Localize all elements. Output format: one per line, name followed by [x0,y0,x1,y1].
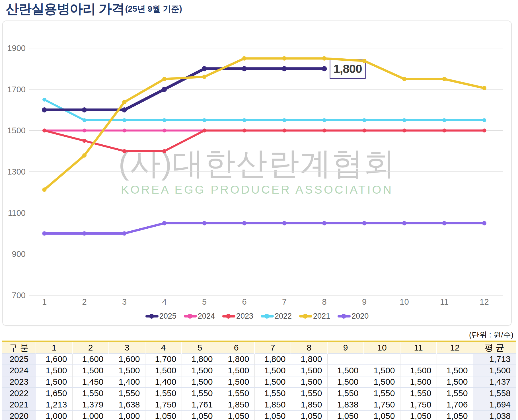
table-average-cell: 1,038 [473,410,516,420]
table-row-2024: 20241,5001,5001,5001,5001,5001,5001,5001… [2,365,516,376]
price-table-body: 20251,6001,6001,6001,7001,8001,8001,8001… [2,353,516,420]
price-table-head: 구 분123456789101112평 균 [2,341,516,353]
table-row-2020: 20201,0001,0001,0001,0501,0501,0501,0501… [2,410,516,420]
x-tick-12: 12 [480,297,489,306]
x-tick-3: 3 [122,297,127,306]
point-2023-1 [42,128,46,132]
table-cell-2020-7: 1,050 [254,410,291,420]
table-cell-2023-9: 1,500 [327,376,364,388]
point-2025-6 [242,66,247,71]
table-cell-2024-2: 1,500 [72,365,109,376]
table-cell-2021-6: 1,850 [218,399,254,410]
table-cell-2022-2: 1,550 [72,388,109,399]
table-cell-2025-4: 1,700 [145,353,182,365]
table-cell-2023-3: 1,400 [109,376,145,388]
point-2020-2 [82,231,87,235]
table-year-cell: 2022 [2,388,36,399]
point-2020-1 [42,231,46,235]
legend-marker-icon [338,315,351,317]
point-2023-11 [442,128,446,132]
legend-item-2020: 2020 [338,312,369,321]
point-2024-2 [83,128,87,132]
point-2022-1 [42,98,46,102]
table-average-cell: 1,558 [473,388,516,399]
point-2023-6 [242,128,246,132]
table-cell-2023-7: 1,500 [254,376,291,388]
point-2020-12 [482,221,486,225]
table-average-cell: 1,713 [473,353,516,365]
line-2020 [44,223,484,233]
table-cell-2023-1: 1,500 [36,376,72,388]
table-cell-2023-2: 1,450 [72,376,109,388]
x-tick-9: 9 [362,297,367,306]
point-2020-9 [362,221,366,225]
x-tick-8: 8 [322,297,326,306]
point-2022-12 [482,118,486,122]
point-2025-4 [162,87,167,92]
point-2025-1 [42,107,47,112]
point-2025-8 [322,66,327,71]
table-year-cell: 2020 [2,410,36,420]
data-label-text: 1,800 [333,62,362,75]
legend-dot-icon [264,314,269,319]
point-2020-4 [162,221,166,225]
table-cell-2024-11: 1,500 [400,365,437,376]
table-cell-2024-8: 1,500 [291,365,327,376]
y-tick-1100: 1100 [8,208,26,218]
x-tick-1: 1 [42,297,47,306]
table-year-cell: 2021 [2,399,36,410]
table-cell-2025-3: 1,600 [109,353,145,365]
table-cell-2023-11: 1,500 [400,376,437,388]
point-2025-3 [122,107,127,112]
point-2023-12 [482,128,486,132]
point-2025-7 [282,66,287,71]
table-cell-2025-1: 1,600 [36,353,72,365]
table-cell-2021-12: 1,706 [437,399,473,410]
point-2023-5 [202,128,206,132]
table-cell-2021-4: 1,750 [145,399,182,410]
table-cell-2022-1: 1,650 [36,388,72,399]
table-cell-2022-10: 1,550 [364,388,400,399]
legend-label: 2021 [313,312,330,321]
table-cell-2020-3: 1,000 [109,410,145,420]
page-title: 산란실용병아리 가격 (25년 9월 기준) [6,2,182,16]
table-cell-2021-1: 1,213 [36,399,72,410]
x-tick-10: 10 [400,297,409,306]
table-header-month-5: 5 [182,341,218,353]
line-2021 [44,58,484,190]
legend-marker-icon [299,315,312,317]
legend-dot-icon [303,314,308,319]
point-2022-6 [242,118,246,122]
table-header-month-1: 1 [36,341,72,353]
table-cell-2025-5: 1,800 [182,353,218,365]
table-cell-2022-12: 1,550 [437,388,473,399]
table-average-cell: 1,694 [473,399,516,410]
table-cell-2022-5: 1,550 [182,388,218,399]
point-2024-3 [122,128,126,132]
point-2021-5 [202,75,206,79]
y-tick-1900: 1900 [7,44,26,53]
table-cell-2021-2: 1,379 [72,399,109,410]
point-2022-5 [202,118,206,122]
point-2021-12 [482,86,486,90]
y-tick-1700: 1700 [7,85,26,94]
table-header-category: 구 분 [2,341,36,353]
point-2023-7 [282,128,286,132]
legend-label: 2024 [198,312,215,321]
unit-label: (단위 : 원/수) [469,330,513,340]
point-2021-9 [362,59,366,63]
table-cell-2022-8: 1,550 [291,388,327,399]
point-2022-11 [442,118,446,122]
table-header-month-12: 12 [437,341,473,353]
table-header-month-4: 4 [145,341,182,353]
point-2023-9 [362,128,366,132]
table-cell-2024-4: 1,500 [145,365,182,376]
table-year-cell: 2023 [2,376,36,388]
table-cell-2025-2: 1,600 [72,353,109,365]
table-cell-2024-3: 1,500 [109,365,145,376]
x-tick-11: 11 [440,297,449,306]
table-cell-2021-8: 1,850 [291,399,327,410]
table-header-month-10: 10 [364,341,400,353]
table-cell-2020-12: 1,050 [437,410,473,420]
point-2021-7 [282,56,286,61]
